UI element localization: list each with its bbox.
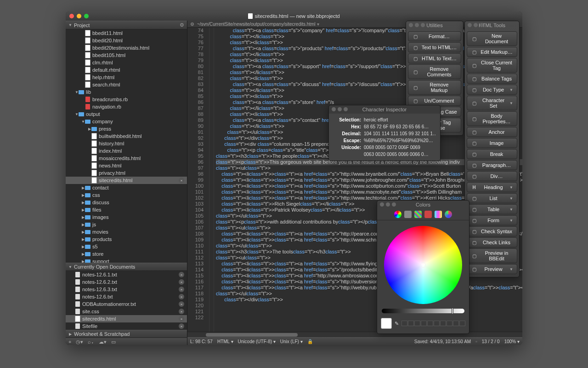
add-icon[interactable]: + (68, 339, 71, 345)
color-wheel-cursor-icon[interactable] (420, 262, 426, 268)
zoom-window-icon[interactable] (84, 14, 89, 18)
utility-button[interactable]: ▢Format… (408, 31, 461, 41)
color-pencils-tab-icon[interactable] (435, 211, 442, 218)
disclosure-triangle-icon[interactable]: ▶ (81, 252, 85, 256)
lock-icon[interactable]: 🔒 (307, 339, 313, 344)
palette-traffic-icon[interactable] (332, 107, 348, 111)
close-icon[interactable]: × (179, 272, 184, 277)
open-doc-item[interactable]: notes-12.6.3.txt× (66, 286, 187, 293)
tree-item[interactable]: ▼lib (66, 88, 187, 96)
saved-swatches[interactable] (401, 321, 465, 326)
html-tool-button[interactable]: ▢Body Properties… (467, 111, 517, 126)
minimize-window-icon[interactable] (77, 14, 81, 18)
chevron-down-icon[interactable]: ▼ (509, 185, 513, 190)
fold-column[interactable] (209, 28, 214, 332)
tree-item[interactable]: clm.rhtml (66, 59, 187, 66)
tree-item[interactable]: breadcrumbs.rb (66, 96, 187, 103)
utility-button[interactable]: ▢Remove Markup (408, 80, 461, 95)
tree-item[interactable]: ▶s5 (66, 243, 187, 250)
eyedropper-icon[interactable]: ✎ (395, 321, 399, 327)
html-tool-button[interactable]: ▢Character Set▼ (467, 96, 517, 110)
open-documents-header[interactable]: ▼ Currently Open Documents (66, 263, 187, 271)
disclosure-triangle-icon[interactable]: ▼ (68, 265, 72, 269)
html-tool-button[interactable]: ▢Break (467, 149, 517, 159)
document-icon[interactable]: ▫ (475, 339, 477, 344)
tree-item[interactable]: ▶products (66, 236, 187, 243)
html-tool-button[interactable]: ▢Image (467, 138, 517, 148)
tree-item[interactable]: privacy.html (66, 169, 187, 177)
html-tool-button[interactable]: ▢New Document (467, 31, 517, 46)
encoding-selector[interactable]: Unicode (UTF-8) ▾ (238, 339, 276, 344)
html-tool-button[interactable]: ▢Doc Type▼ (467, 85, 517, 95)
color-mode-tabs[interactable] (377, 209, 469, 220)
tree-item[interactable]: ▶store (66, 250, 187, 258)
disclosure-triangle-icon[interactable]: ▼ (75, 112, 79, 116)
character-inspector-palette[interactable]: Character Inspector Selection:heroic eff… (328, 105, 441, 161)
html-tool-button[interactable]: ▢Form▼ (467, 215, 517, 225)
disclosure-triangle-icon[interactable]: ▶ (81, 208, 85, 212)
html-tool-button[interactable]: ▢Div… (467, 171, 517, 181)
char-inspector-title[interactable]: Character Inspector (329, 105, 440, 114)
scrollbar-thumb[interactable] (206, 333, 298, 337)
tree-item[interactable]: ▶support (66, 258, 187, 263)
utility-button[interactable]: ▢Remove Comments (408, 64, 461, 79)
worksheet-header[interactable]: ▶ Worksheet & Scratchpad (66, 330, 187, 338)
tree-item[interactable]: ▼output (66, 110, 187, 118)
disclosure-triangle-icon[interactable]: ▶ (81, 259, 85, 263)
disclosure-triangle-icon[interactable]: ▶ (81, 215, 85, 219)
tree-item[interactable]: ▶discuss (66, 199, 187, 206)
html-tool-button[interactable]: HHeading▼ (467, 182, 517, 192)
tree-item[interactable]: bbedit11.html (66, 29, 187, 37)
open-documents-list[interactable]: notes-12.6.1.txt×notes-12.6.2.txt×notes-… (66, 271, 187, 330)
color-palettes-tab-icon[interactable] (414, 211, 422, 218)
tree-item[interactable]: index.html (66, 147, 187, 155)
close-icon[interactable]: × (179, 309, 184, 314)
tree-item[interactable]: bbedit20testimonials.html (66, 44, 187, 52)
html-tool-button[interactable]: ▢Check Syntax (467, 226, 517, 236)
chevron-down-icon[interactable]: ▼ (509, 207, 513, 212)
disclosure-triangle-icon[interactable]: ▶ (81, 245, 85, 248)
palette-traffic-icon[interactable] (409, 23, 425, 27)
html-tool-button[interactable]: ▢Anchor (467, 127, 517, 137)
disclosure-triangle-icon[interactable]: ▶ (81, 223, 85, 226)
tree-item[interactable]: ▶files (66, 206, 187, 213)
utility-button[interactable]: ▢Un/Comment (408, 96, 461, 106)
tree-item[interactable]: builtwithbbedit.html (66, 132, 187, 140)
tree-item[interactable]: help.rhtml (66, 74, 187, 81)
search-icon[interactable]: ⌕▾ (88, 339, 94, 345)
utilities-title[interactable]: Utilities (406, 21, 463, 29)
color-image-tab-icon[interactable] (424, 211, 432, 218)
html-tool-button[interactable]: ▢Edit Markup… (467, 47, 517, 57)
tree-item[interactable]: navigation.rb (66, 103, 187, 110)
close-icon[interactable]: × (179, 316, 184, 322)
html-tool-button[interactable]: ▢Preview in BBEdit (467, 248, 517, 263)
gear-icon[interactable]: ⚙ (180, 22, 184, 28)
color-custom-tab-icon[interactable] (445, 211, 452, 218)
disclosure-triangle-icon[interactable]: ▶ (68, 332, 72, 336)
chevron-down-icon[interactable]: ▼ (509, 101, 513, 105)
project-section-header[interactable]: ▼ Project ⚙ (66, 21, 187, 29)
disclosure-triangle-icon[interactable]: ▶ (88, 127, 91, 131)
language-selector[interactable]: HTML ▾ (217, 339, 233, 344)
html-tool-button[interactable]: ▢Paragraph… (467, 160, 517, 170)
project-tree[interactable]: bbedit11.htmlbbedit20.htmlbbedit20testim… (66, 29, 187, 263)
open-doc-item[interactable]: notes-12.6.txt× (66, 293, 187, 300)
close-icon[interactable]: × (179, 301, 184, 307)
chevron-down-icon[interactable]: ▼ (509, 267, 513, 271)
utility-button[interactable]: ▢Text to HTML… (408, 42, 461, 52)
html-tool-button[interactable]: ▢Check Links (467, 237, 517, 247)
close-icon[interactable]: × (179, 178, 184, 183)
disclosure-triangle-icon[interactable]: ▶ (81, 201, 85, 204)
tree-item[interactable]: news.html (66, 162, 187, 169)
html-tool-button[interactable]: ▢Preview▼ (467, 264, 517, 274)
tree-item[interactable]: search.rhtml (66, 81, 187, 88)
open-doc-item[interactable]: notes-12.6.1.txt× (66, 271, 187, 278)
html-tools-palette[interactable]: HTML Tools ▢New Document▢Edit Markup…▢Cl… (464, 21, 520, 277)
close-icon[interactable]: × (179, 323, 184, 329)
close-icon[interactable]: × (179, 294, 184, 299)
html-tool-button[interactable]: ▢List▼ (467, 193, 517, 203)
current-color-swatch[interactable] (381, 318, 392, 329)
tree-item[interactable]: bbedit105.html (66, 52, 187, 59)
open-doc-item[interactable]: ODBAutomationerror.txt× (66, 300, 187, 308)
tree-item[interactable]: default.rhtml (66, 66, 187, 74)
